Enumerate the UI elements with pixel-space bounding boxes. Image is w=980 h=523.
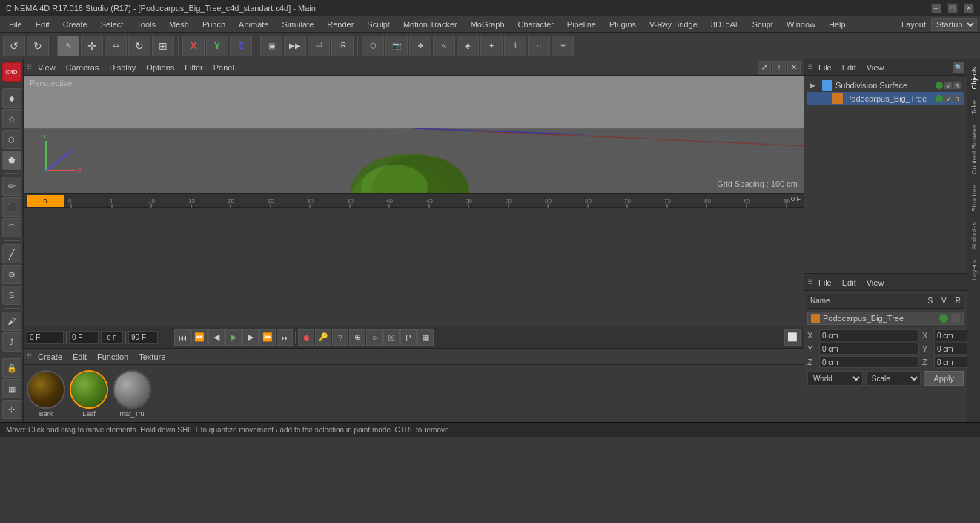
menu-sculpt[interactable]: Sculpt: [361, 19, 396, 30]
obj-search-icon[interactable]: 🔍: [953, 62, 964, 73]
viewport-view-menu[interactable]: View: [33, 62, 60, 73]
coord-z-input[interactable]: [819, 356, 919, 368]
render-button[interactable]: ▶▶: [284, 36, 306, 56]
tab-layers[interactable]: Layers: [969, 256, 979, 285]
material-bark[interactable]: Bark: [27, 370, 65, 418]
line-tool-button[interactable]: ╱: [2, 244, 21, 263]
edge-mode-button[interactable]: ◇: [2, 109, 21, 128]
obj-button[interactable]: ❖: [409, 36, 431, 56]
brush-tool-button[interactable]: 🖌: [2, 312, 21, 331]
menu-motion-tracker[interactable]: Motion Tracker: [397, 19, 463, 30]
curve-tool-button[interactable]: ⌒: [2, 218, 21, 237]
paint-tool-button[interactable]: ⚙: [2, 265, 21, 284]
materials-texture[interactable]: Texture: [134, 351, 170, 363]
menu-script[interactable]: Script: [746, 19, 779, 30]
maximize-viewport-icon[interactable]: ⤢: [758, 61, 771, 74]
autokey-button[interactable]: 🔑: [315, 329, 331, 346]
tab-attributes[interactable]: Attributes: [969, 217, 979, 254]
frame-range-input[interactable]: 0 F: [101, 331, 123, 344]
scene-button[interactable]: ✦: [480, 36, 503, 56]
menu-simulate[interactable]: Simulate: [276, 19, 320, 30]
last-frame-button[interactable]: ⏭: [277, 329, 293, 346]
coord-space-select[interactable]: Scale Move Rotate: [866, 371, 921, 386]
select-tool-button[interactable]: ↖: [57, 36, 79, 56]
menu-create[interactable]: Create: [57, 19, 93, 30]
materials-function[interactable]: Function: [93, 351, 133, 363]
pen-tool-button[interactable]: ✏: [2, 177, 21, 196]
display-button[interactable]: ☀: [552, 36, 574, 56]
poly-mode-button[interactable]: ⬡: [2, 130, 21, 149]
menu-file[interactable]: File: [3, 19, 28, 30]
grid-button[interactable]: ▦: [2, 379, 21, 398]
minimize-button[interactable]: ─: [931, 3, 941, 13]
obj-manager-file[interactable]: File: [814, 62, 836, 73]
obj-manager-edit[interactable]: Edit: [838, 62, 861, 73]
next-key-button[interactable]: ⏩: [259, 329, 276, 346]
lock-button[interactable]: 🔒: [2, 358, 21, 378]
redo-button[interactable]: ↻: [27, 36, 49, 56]
frame-end-input[interactable]: [128, 331, 158, 344]
tab-take[interactable]: Take: [969, 96, 979, 119]
close-viewport-icon[interactable]: ✕: [787, 61, 801, 74]
render-viewport-icon[interactable]: ↑: [772, 61, 786, 74]
materials-edit[interactable]: Edit: [68, 351, 91, 363]
current-frame-input[interactable]: [27, 331, 64, 344]
menu-tools[interactable]: Tools: [130, 19, 162, 30]
x-axis-button[interactable]: X: [182, 36, 205, 56]
play-button[interactable]: ▶: [225, 329, 242, 346]
window-controls[interactable]: ─ □ ✕: [931, 3, 974, 13]
close-button[interactable]: ✕: [964, 3, 974, 13]
obj-item-podocarpus[interactable]: Podocarpus_Big_Tree V R: [807, 92, 964, 105]
menu-render[interactable]: Render: [321, 19, 360, 30]
obj-lock-icon[interactable]: R: [953, 82, 961, 89]
obj-vis-dot-2[interactable]: [936, 95, 943, 102]
obj-lock-icon-2[interactable]: R: [953, 95, 961, 102]
motion-btn[interactable]: ⊕: [349, 329, 365, 346]
model-mode-button[interactable]: ⬟: [2, 151, 21, 170]
attr-lock-icon[interactable]: [951, 314, 960, 323]
prev-frame-button[interactable]: ◀: [208, 329, 225, 346]
menu-pipeline[interactable]: Pipeline: [561, 19, 602, 30]
material-tru[interactable]: mat_Tru: [113, 370, 151, 418]
menu-vray[interactable]: V-Ray Bridge: [643, 19, 703, 30]
attr-edit[interactable]: Edit: [838, 277, 861, 289]
spline-button[interactable]: ∿: [433, 36, 455, 56]
menu-3dtoall[interactable]: 3DToAll: [705, 19, 745, 30]
stamp-tool-button[interactable]: S: [2, 286, 21, 305]
menu-mograph[interactable]: MoGraph: [465, 19, 511, 30]
viewport-cameras-menu[interactable]: Cameras: [62, 62, 104, 73]
maximize-button[interactable]: □: [947, 3, 958, 13]
next-frame-button[interactable]: ▶: [242, 329, 259, 346]
menu-select[interactable]: Select: [95, 19, 130, 30]
attr-vis-icon[interactable]: [939, 314, 948, 323]
material-tru-preview[interactable]: [113, 370, 151, 409]
materials-create[interactable]: Create: [33, 351, 67, 363]
tab-objects[interactable]: Objects: [969, 62, 979, 94]
obj-render-icon-2[interactable]: V: [944, 95, 952, 102]
viewport-options-menu[interactable]: Options: [142, 62, 179, 73]
obj-expand-icon[interactable]: ▶: [810, 82, 819, 89]
first-frame-button[interactable]: ⏮: [174, 329, 191, 346]
obj-manager-view[interactable]: View: [862, 62, 889, 73]
menu-animate[interactable]: Animate: [233, 19, 274, 30]
attr-object-row[interactable]: Podocarpus_Big_Tree: [807, 312, 964, 325]
motion-btn3[interactable]: ◎: [383, 329, 400, 346]
coord-x-input[interactable]: [819, 329, 919, 341]
motion-btn5[interactable]: ▦: [417, 329, 434, 346]
viewport-3d[interactable]: Perspective Grid Spacing : 100 cm X Y Z: [24, 76, 804, 193]
menu-punch[interactable]: Punch: [196, 19, 231, 30]
record-button[interactable]: ⏺: [298, 329, 314, 346]
frame-start-input[interactable]: [69, 331, 99, 344]
transform-tool-button[interactable]: ⊞: [152, 36, 174, 56]
render-region-button[interactable]: ▣: [260, 36, 282, 56]
move-tool-button[interactable]: ✛: [81, 36, 103, 56]
layout-dropdown[interactable]: Startup: [931, 18, 977, 31]
snap-button[interactable]: ⊹: [2, 400, 21, 419]
y-axis-button[interactable]: Y: [206, 36, 228, 56]
attr-view[interactable]: View: [862, 277, 889, 289]
apply-button[interactable]: Apply: [924, 371, 964, 386]
viewport-display-menu[interactable]: Display: [105, 62, 140, 73]
coord-mode-select[interactable]: World Object Screen: [807, 371, 863, 386]
scale-tool-button[interactable]: ⇔: [105, 36, 127, 56]
render-anim-button[interactable]: ⏎: [308, 36, 330, 56]
